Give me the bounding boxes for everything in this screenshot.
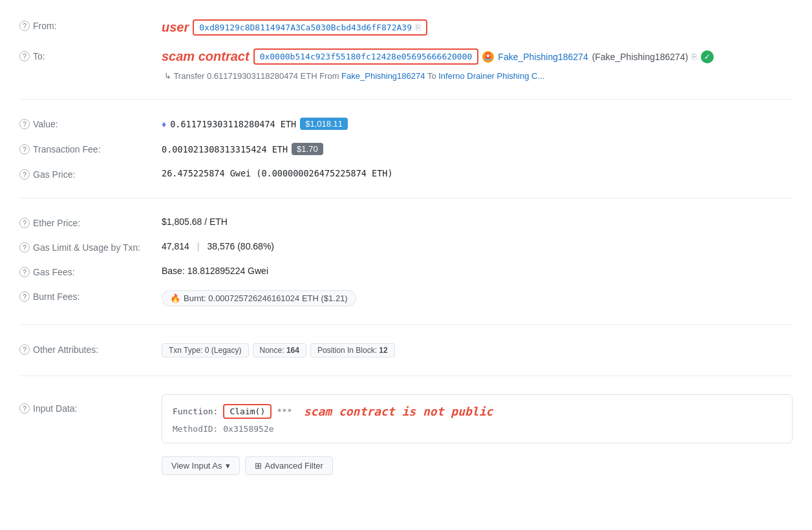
advanced-filter-button[interactable]: ⊞ Advanced Filter xyxy=(245,456,333,475)
to-copy-icon[interactable]: ⎘ xyxy=(692,52,697,61)
tx-fee-label: ? Transaction Fee: xyxy=(19,143,162,154)
txn-type-badge: Txn Type: 0 (Legacy) xyxy=(162,343,249,357)
gas-price-help-icon[interactable]: ? xyxy=(19,169,30,180)
burnt-text: Burnt: 0.000725726246161024 ETH ($1.21) xyxy=(184,293,348,303)
nonce-value: 164 xyxy=(286,346,299,355)
transfer-from-link[interactable]: Fake_Phishing186274 xyxy=(341,71,425,81)
value-amount: 0.611719303118280474 ETH xyxy=(170,119,296,129)
gas-fees-label: ? Gas Fees: xyxy=(19,266,162,277)
gas-fees-value: Base: 18.812895224 Gwei xyxy=(162,266,793,276)
burnt-badge: 🔥 Burnt: 0.000725726246161024 ETH ($1.21… xyxy=(162,290,356,306)
from-help-icon[interactable]: ? xyxy=(19,21,30,31)
gas-usage: 38,576 (80.68%) xyxy=(207,241,274,251)
to-value: scam contract 0x0000b514c923f55180fc1242… xyxy=(162,48,793,81)
to-label: ? To: xyxy=(19,48,162,61)
ether-price-amount: $1,805.68 / ETH xyxy=(162,217,228,227)
input-data-help-icon[interactable]: ? xyxy=(19,403,30,414)
from-label: ? From: xyxy=(19,19,162,31)
verified-icon: ✓ xyxy=(701,50,714,63)
gas-divider: | xyxy=(197,241,200,251)
phishing-icon: 🚨 xyxy=(482,51,494,63)
ether-price-value: $1,805.68 / ETH xyxy=(162,217,793,227)
scam-annotation: scam contract is not public xyxy=(304,405,493,418)
to-address[interactable]: 0x0000b514c923f55180fc12428e056956666200… xyxy=(260,52,473,61)
phishing-label[interactable]: Fake_Phishing186274 xyxy=(498,52,588,62)
other-attr-row: ? Other Attributes: Txn Type: 0 (Legacy)… xyxy=(19,337,793,364)
tx-fee-amount: 0.001021308313315424 ETH xyxy=(162,144,288,154)
to-address-box: 0x0000b514c923f55180fc12428e056956666200… xyxy=(253,48,479,65)
method-id-value: 0x3158952e xyxy=(223,424,273,434)
burnt-fees-row: ? Burnt Fees: 🔥 Burnt: 0.000725726246161… xyxy=(19,284,793,313)
gas-price-label: ? Gas Price: xyxy=(19,168,162,180)
position-label: Position In Block: xyxy=(317,346,377,355)
from-address-box: 0xd89129c8D8114947A3Ca5030Bcbd43d6fF872A… xyxy=(193,19,427,36)
gas-limit-amount: 47,814 xyxy=(162,241,189,251)
position-badge: Position In Block: 12 xyxy=(310,343,395,357)
eth-icon: ♦ xyxy=(162,119,166,129)
gas-price-amount: 26.475225874 Gwei (0.000000026475225874 … xyxy=(162,168,393,178)
nonce-label: Nonce: xyxy=(260,346,284,355)
dropdown-icon: ▾ xyxy=(226,461,230,471)
tx-fee-usd: $1.70 xyxy=(292,143,323,155)
method-id-line: MethodID: 0x3158952e xyxy=(173,424,782,434)
tx-fee-help-icon[interactable]: ? xyxy=(19,144,30,154)
burnt-fees-value: 🔥 Burnt: 0.000725726246161024 ETH ($1.21… xyxy=(162,290,793,306)
other-attr-label: ? Other Attributes: xyxy=(19,343,162,355)
gas-fees-help-icon[interactable]: ? xyxy=(19,267,30,277)
view-input-label: View Input As xyxy=(171,461,222,471)
phishing-parens: (Fake_Phishing186274) xyxy=(592,52,689,62)
gas-price-value: 26.475225874 Gwei (0.000000026475225874 … xyxy=(162,168,793,178)
value-help-icon[interactable]: ? xyxy=(19,119,30,129)
from-annotation: user xyxy=(162,20,189,35)
filter-icon: ⊞ xyxy=(255,461,262,471)
function-stars: *** xyxy=(277,407,292,416)
gas-price-row: ? Gas Price: 26.475225874 Gwei (0.000000… xyxy=(19,162,793,186)
method-id-label: MethodID: xyxy=(173,424,218,434)
gas-limit-row: ? Gas Limit & Usage by Txn: 47,814 | 38,… xyxy=(19,235,793,259)
input-data-section: ? Input Data: Function: Claim() *** scam… xyxy=(19,388,793,482)
tx-fee-value: 0.001021308313315424 ETH $1.70 xyxy=(162,143,793,155)
ether-price-help-icon[interactable]: ? xyxy=(19,218,30,228)
function-label: Function: xyxy=(173,407,218,416)
input-data-label: ? Input Data: xyxy=(19,394,162,414)
from-row: ? From: user 0xd89129c8D8114947A3Ca5030B… xyxy=(19,13,793,42)
nonce-badge: Nonce: 164 xyxy=(253,343,306,357)
gas-fees-row: ? Gas Fees: Base: 18.812895224 Gwei xyxy=(19,259,793,284)
burnt-fees-help-icon[interactable]: ? xyxy=(19,292,30,302)
position-value: 12 xyxy=(379,346,387,355)
ether-price-label: ? Ether Price: xyxy=(19,217,162,228)
from-value: user 0xd89129c8D8114947A3Ca5030Bcbd43d6f… xyxy=(162,19,793,36)
txn-type-label: Txn Type: xyxy=(169,346,202,355)
input-data-buttons: View Input As ▾ ⊞ Advanced Filter xyxy=(162,456,333,475)
to-row: ? To: scam contract 0x0000b514c923f55180… xyxy=(19,42,793,87)
from-address[interactable]: 0xd89129c8D8114947A3Ca5030Bcbd43d6fF872A… xyxy=(199,23,412,32)
advanced-filter-label: Advanced Filter xyxy=(265,461,323,471)
value-usd-badge: $1,018.11 xyxy=(300,118,348,130)
view-input-button[interactable]: View Input As ▾ xyxy=(162,456,240,475)
value-col: ♦ 0.611719303118280474 ETH $1,018.11 xyxy=(162,118,793,130)
value-label: ? Value: xyxy=(19,118,162,129)
ether-price-row: ? Ether Price: $1,805.68 / ETH xyxy=(19,210,793,235)
transfer-to-link[interactable]: Inferno Drainer Phishing C... xyxy=(438,71,544,81)
tx-fee-row: ? Transaction Fee: 0.001021308313315424 … xyxy=(19,136,793,162)
transfer-info: ↳ Transfer 0.611719303118280474 ETH From… xyxy=(162,71,544,81)
input-data-value: Function: Claim() *** scam contract is n… xyxy=(162,394,793,475)
input-data-row: ? Input Data: Function: Claim() *** scam… xyxy=(19,388,793,482)
input-data-box: Function: Claim() *** scam contract is n… xyxy=(162,394,793,443)
gas-fees-base: Base: 18.812895224 Gwei xyxy=(162,266,268,276)
txn-type-value: 0 (Legacy) xyxy=(205,346,242,355)
function-line: Function: Claim() *** scam contract is n… xyxy=(173,404,782,419)
function-name: Claim() xyxy=(223,404,272,419)
to-help-icon[interactable]: ? xyxy=(19,51,30,61)
burnt-fees-label: ? Burnt Fees: xyxy=(19,290,162,302)
gas-limit-help-icon[interactable]: ? xyxy=(19,242,30,253)
value-row: ? Value: ♦ 0.611719303118280474 ETH $1,0… xyxy=(19,111,793,136)
flame-icon: 🔥 xyxy=(170,293,180,303)
gas-limit-label: ? Gas Limit & Usage by Txn: xyxy=(19,241,162,253)
other-attr-value: Txn Type: 0 (Legacy) Nonce: 164 Position… xyxy=(162,343,793,357)
gas-limit-value: 47,814 | 38,576 (80.68%) xyxy=(162,241,793,251)
other-attr-help-icon[interactable]: ? xyxy=(19,344,30,355)
from-copy-icon[interactable]: ⎘ xyxy=(416,23,421,32)
to-annotation: scam contract xyxy=(162,49,250,64)
